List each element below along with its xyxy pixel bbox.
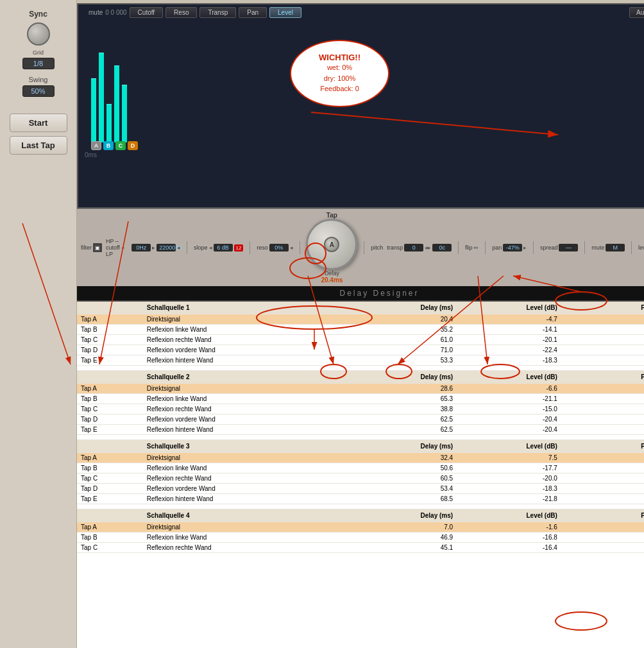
pitch-label: pitch [371,244,383,251]
divider-5 [458,241,459,254]
tap-a-badge: A [324,237,339,252]
level-button[interactable]: Level [269,7,301,18]
swing-container: Swing 50% [22,73,55,97]
tap-label-c[interactable]: C [115,141,126,150]
tap-labels: A B C D [91,141,138,150]
tap-label-d[interactable]: D [128,141,138,150]
divider-3 [300,241,300,254]
tap-bar-4[interactable] [114,65,119,142]
wichtig-wet: wet: 0% [327,62,352,73]
table-row: Tap BReflexion linke Wand46.9-16.8-90.5% [77,533,644,543]
table-row: Tap A Direktsignal 20.4 -4.7 -46.7% [77,314,644,325]
mute-dots: 0 0 000 [105,9,126,16]
flip-section: flip ⇔ [465,244,479,251]
tap-button[interactable]: A [306,219,357,270]
source4-header: Schallquelle 4 Delay (ms) Level (dB) Pan… [77,509,644,522]
tap-label-b[interactable]: B [103,141,114,150]
gap-row [77,504,644,509]
swing-value[interactable]: 50% [22,85,55,97]
divider-4 [364,241,364,254]
table-row: Tap CReflexion rechte Wand60.5-20.064.8% [77,473,644,484]
gap-row [77,366,644,371]
divider-8 [584,241,585,254]
wichtig-title: WICHTIG!! [319,53,360,62]
row-level: -4.7 [457,314,561,325]
filter-icon[interactable]: ▣ [93,243,102,252]
hp-cutoff-label: HP – cutoff – LP [106,238,130,257]
tap-bar-2[interactable] [99,53,104,142]
slope-value[interactable]: 6 dB [214,244,233,252]
source1-name: Schallquelle 1 [143,302,349,314]
transp-button[interactable]: Transp [199,7,236,18]
row-source: Direktsignal [143,314,349,325]
level-section: level -4.8dB ▸ [638,244,644,252]
row-panning: -46.7% [561,314,644,325]
tap-top-label: Tap [326,212,337,219]
slope-badge: 12 [234,244,244,252]
table-row: Tap CReflexion rechte Wand38.8-15.057.0% [77,404,644,414]
freq-max-value[interactable]: 22000Hz [157,244,176,252]
sync-knob[interactable] [27,22,50,46]
center-content: mute 0 0 000 Cutoff Reso Transp Pan Leve… [77,0,644,648]
table-row: Tap EReflexion hintere Wand68.5-21.8-5.6… [77,494,644,504]
reso-section: reso 0% ◂ [257,244,293,252]
transp-unit[interactable]: 0c [432,244,452,252]
freq-value[interactable]: 0Hz [131,244,151,252]
display-timeline: 0ms 500ms [85,151,644,158]
autozoom-button[interactable]: Autozoom [629,7,644,18]
table-row: Tap ADirektsignal7.0-1.68.3% [77,522,644,533]
transp-value[interactable]: 0 [404,244,423,252]
last-tap-button[interactable]: Last Tap [10,136,67,155]
tap-bar-5[interactable] [122,85,127,142]
spread-section: spread — [540,244,579,252]
table-area[interactable]: Schallquelle 1 Delay (ms) Level (dB) Pan… [77,300,644,648]
source1-panning-header: Panning (%) [561,302,644,314]
wichtig-feedback: Feedback: 0 [320,83,359,94]
tap-bar-1[interactable] [91,78,96,142]
filter-label: filter [81,244,92,251]
source3-name: Schallquelle 3 [143,440,349,453]
pan-button[interactable]: Pan [239,7,267,18]
divider-2 [250,241,250,254]
mute-indicator: mute [89,9,103,16]
tap-bars [91,53,127,142]
timeline-start: 0ms [85,151,97,158]
flip-label: flip [465,244,473,251]
table-row: Tap ADirektsignal28.6-6.635.6% [77,384,644,394]
pan-value[interactable]: -47% [503,244,522,252]
hp-cutoff-section: HP – cutoff – LP 0Hz ▸ 22000Hz ◂ [106,238,180,257]
table-row: Tap DReflexion vordere Wand53.4-18.3-7.2… [77,484,644,494]
table-row: Tap BReflexion linke Wand65.3-21.1-75.8% [77,394,644,404]
table-row: Tap ADirektsignal32.47.5-12.0% [77,453,644,463]
delay-display: mute 0 0 000 Cutoff Reso Transp Pan Leve… [77,3,644,209]
data-table: Schallquelle 1 Delay (ms) Level (dB) Pan… [77,302,644,553]
display-toolbar: mute 0 0 000 Cutoff Reso Transp Pan Leve… [78,4,644,21]
table-row: Tap EReflexion hintere Wand53.3-18.3-16.… [77,355,644,366]
start-button[interactable]: Start [10,114,67,132]
sync-label: Sync [29,10,47,19]
table-row: Tap BReflexion linke Wand35.2-14.1-71.7% [77,325,644,335]
spread-value[interactable]: — [559,244,578,252]
transp-label: transp [387,244,403,251]
filter-section: filter ▣ [81,243,102,252]
tap-bar-3[interactable] [106,104,112,142]
grid-value[interactable]: 1/8 [22,58,55,69]
source3-header: Schallquelle 3 Delay (ms) Level (dB) Pan… [77,440,644,453]
tap-label-a[interactable]: A [91,141,101,150]
pitch-section: pitch [371,244,383,251]
row-tap: Tap A [77,314,143,325]
table-row: Tap CReflexion rechte Wand45.1-16.490.2% [77,543,644,553]
cutoff-button[interactable]: Cutoff [130,7,164,18]
table-row: Tap EReflexion hintere Wand62.5-20.415.6… [77,425,644,435]
wichtig-dry: dry: 100% [324,73,356,84]
reso-value[interactable]: 0% [269,244,289,252]
delay-designer-label: Delay Designer [339,289,419,298]
app-container: Sync Grid 1/8 Swing 50% Start Last Tap m… [0,0,644,648]
mute-value[interactable]: M [606,244,625,252]
divider-1 [187,241,187,254]
source2-name: Schallquelle 2 [143,371,349,384]
wichtig-annotation: WICHTIG!! wet: 0% dry: 100% Feedback: 0 [290,40,389,107]
table-row: Tap CReflexion rechte Wand61.0-20.184.0% [77,335,644,345]
gap-row [77,435,644,440]
reso-button[interactable]: Reso [165,7,197,18]
